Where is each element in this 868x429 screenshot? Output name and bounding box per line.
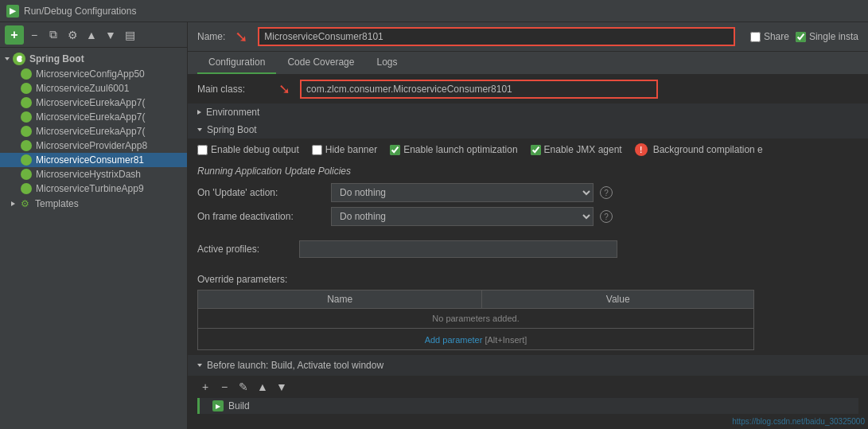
spring-boot-icon	[13, 53, 25, 65]
before-launch-edit-btn[interactable]: ✎	[235, 379, 251, 395]
before-launch-up-btn[interactable]: ▲	[255, 379, 271, 395]
tree-item-3[interactable]: MicroserviceEurekaApp7(	[0, 110, 187, 124]
main-class-arrow: ➘	[278, 80, 290, 98]
launch-opt-checkbox[interactable]	[390, 145, 400, 155]
tab-logs[interactable]: Logs	[365, 52, 408, 74]
spring-boot-section-header[interactable]: Spring Boot	[188, 121, 868, 138]
tree-item-7[interactable]: MicroserviceHystrixDash	[0, 167, 187, 181]
environment-section-header[interactable]: Environment	[188, 103, 868, 121]
tree-item-2[interactable]: MicroserviceEurekaApp7(	[0, 96, 187, 110]
tree-item-6[interactable]: MicroserviceConsumer81	[0, 153, 187, 167]
on-update-row: On 'Update' action: Do nothing Update cl…	[197, 183, 858, 202]
value-column-header: Value	[482, 291, 754, 309]
spring-leaf-icon-0	[21, 68, 32, 80]
header-right: Share Single insta	[750, 31, 858, 42]
config-tree: Spring Boot MicroserviceConfigApp50 Micr…	[0, 48, 187, 429]
main-content: + − ⧉ ⚙ ▲ ▼ ▤ Spring Boot	[0, 22, 868, 429]
spring-leaf-icon-6	[21, 154, 32, 166]
tree-item-8[interactable]: MicroserviceTurbineApp9	[0, 181, 187, 196]
title-bar: ▶ Run/Debug Configurations	[0, 0, 868, 22]
on-update-label: On 'Update' action:	[197, 187, 325, 198]
bg-compilation-item: ! Background compilation e	[635, 143, 763, 156]
on-update-select[interactable]: Do nothing Update classes and resources	[331, 183, 594, 202]
no-params-text: No parameters added.	[198, 309, 754, 329]
before-launch-expand-icon	[197, 364, 202, 367]
up-button[interactable]: ▲	[83, 26, 100, 44]
build-icon: ▶	[212, 400, 224, 411]
before-launch-down-btn[interactable]: ▼	[274, 379, 290, 395]
single-instance-checkbox[interactable]	[796, 32, 806, 42]
debug-output-checkbox-label[interactable]: Enable debug output	[197, 144, 299, 155]
debug-output-checkbox[interactable]	[197, 145, 208, 155]
tree-item-4[interactable]: MicroserviceEurekaApp7(	[0, 124, 187, 138]
spring-leaf-icon-7	[21, 169, 32, 180]
group-expand-icon	[5, 57, 10, 60]
profiles-section: Active profiles:	[188, 236, 868, 269]
spring-leaf-icon-8	[21, 183, 32, 194]
right-panel: Name: ➘ Share Single insta Configuration…	[188, 22, 868, 429]
before-launch-remove-btn[interactable]: −	[216, 379, 232, 395]
watermark: https://blog.csdn.net/baidu_30325000	[732, 417, 865, 426]
arrow-indicator: ➘	[235, 27, 248, 46]
on-update-help-icon[interactable]: ?	[600, 186, 613, 199]
templates-item[interactable]: ⚙ Templates	[0, 196, 187, 212]
config-content: Main class: ➘ Environment Spring Boot	[188, 75, 868, 429]
spring-boot-group[interactable]: Spring Boot	[0, 51, 187, 67]
tree-item-5[interactable]: MicroserviceProviderApp8	[0, 138, 187, 153]
spring-boot-expand-icon	[197, 128, 202, 131]
name-column-header: Name	[198, 291, 482, 309]
on-frame-help-icon[interactable]: ?	[600, 210, 613, 223]
templates-expand-icon	[11, 201, 15, 206]
spring-boot-checkboxes: Enable debug output Hide banner Enable l…	[197, 143, 858, 156]
title-bar-text: Run/Debug Configurations	[24, 6, 136, 17]
spring-boot-label: Spring Boot	[29, 53, 84, 64]
spring-leaf-icon-5	[21, 140, 32, 151]
tree-item-1[interactable]: MicroserviceZuul6001	[0, 81, 187, 96]
before-launch-label: Before launch: Build, Activate tool wind…	[207, 360, 383, 371]
before-launch-add-btn[interactable]: +	[197, 379, 213, 395]
build-item[interactable]: ▶ Build	[197, 398, 858, 414]
on-frame-label: On frame deactivation:	[197, 211, 325, 222]
override-section: Override parameters: Name Value No param…	[188, 269, 868, 355]
copy-config-button[interactable]: ⧉	[45, 26, 62, 44]
remove-config-button[interactable]: −	[25, 26, 43, 44]
override-label: Override parameters:	[197, 274, 858, 285]
hide-banner-checkbox-label[interactable]: Hide banner	[312, 144, 377, 155]
hide-banner-checkbox[interactable]	[312, 145, 322, 155]
tab-code-coverage[interactable]: Code Coverage	[276, 52, 365, 74]
tab-configuration[interactable]: Configuration	[197, 52, 276, 74]
tree-item-0[interactable]: MicroserviceConfigApp50	[0, 67, 187, 81]
spring-boot-section-label: Spring Boot	[207, 124, 257, 135]
jmx-agent-checkbox-label[interactable]: Enable JMX agent	[531, 144, 622, 155]
build-label: Build	[228, 400, 250, 411]
share-checkbox-label[interactable]: Share	[750, 31, 789, 42]
tools-button[interactable]: ⚙	[64, 26, 81, 44]
name-input[interactable]	[258, 27, 735, 46]
before-launch-section: Before launch: Build, Activate tool wind…	[188, 355, 868, 414]
name-label: Name:	[197, 31, 225, 42]
no-params-row: No parameters added.	[198, 309, 754, 329]
templates-icon: ⚙	[18, 197, 31, 210]
spring-leaf-icon-3	[21, 111, 32, 123]
folder-button[interactable]: ▤	[121, 26, 138, 44]
before-launch-header[interactable]: Before launch: Build, Activate tool wind…	[188, 355, 868, 376]
add-config-button[interactable]: +	[5, 25, 24, 45]
params-table: Name Value No parameters added. Add para…	[197, 290, 754, 350]
before-launch-toolbar: + − ✎ ▲ ▼	[188, 376, 868, 398]
active-profiles-input[interactable]	[299, 240, 617, 258]
add-param-link[interactable]: Add parameter [Alt+Insert]	[204, 335, 747, 345]
active-profiles-row: Active profiles:	[197, 240, 858, 258]
main-class-input[interactable]	[300, 80, 658, 99]
launch-opt-checkbox-label[interactable]: Enable launch optimization	[390, 144, 517, 155]
down-button[interactable]: ▼	[102, 26, 119, 44]
environment-expand-icon	[197, 110, 201, 115]
single-instance-checkbox-label[interactable]: Single insta	[796, 31, 858, 42]
on-frame-select[interactable]: Do nothing Update classes and resources	[331, 207, 594, 226]
spring-boot-options: Enable debug output Hide banner Enable l…	[188, 138, 868, 161]
jmx-agent-checkbox[interactable]	[531, 145, 541, 155]
running-app-title: Running Application Update Policies	[197, 166, 858, 177]
add-param-row[interactable]: Add parameter [Alt+Insert]	[198, 329, 754, 350]
left-panel: + − ⧉ ⚙ ▲ ▼ ▤ Spring Boot	[0, 22, 188, 429]
share-checkbox[interactable]	[750, 32, 761, 42]
config-header: Name: ➘ Share Single insta	[188, 22, 868, 52]
